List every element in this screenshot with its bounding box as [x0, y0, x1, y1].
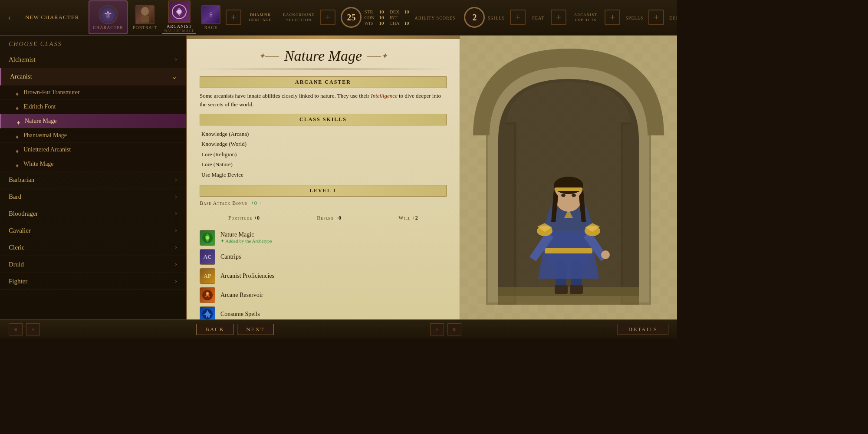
add-spells-button[interactable]: + [648, 10, 664, 25]
tab-arcanist-exploits[interactable]: ARCANISTEXPLOITS [568, 0, 603, 34]
class-item-druid[interactable]: Druid › [0, 256, 186, 273]
add-background-button[interactable]: + [320, 10, 335, 25]
fortitude-val: +0 [254, 215, 260, 221]
ability-points-circle: 25 [341, 7, 362, 28]
race-tab-label: Race [204, 25, 218, 30]
tab-background[interactable]: BACKGROUNDSELECTION [279, 0, 319, 34]
ability-name-proficiencies: Arcanist Proficiencies [220, 273, 274, 279]
deity-tab-label: DEITY [669, 16, 677, 20]
subclass-name-nature: Nature Mage [25, 118, 56, 125]
class-item-fighter[interactable]: Fighter › [0, 273, 186, 290]
subclass-dot-eldritch: ♦ [16, 105, 19, 108]
arcanist-exploits-tab-label: ARCANISTEXPLOITS [574, 13, 597, 23]
tab-spells[interactable]: SPELLS [622, 0, 647, 34]
subclass-dot-brown-fur: ♦ [16, 91, 19, 94]
cantrips-icon: AC [200, 249, 215, 265]
race-tab-icon: ♀ [201, 5, 220, 24]
class-item-cleric[interactable]: Cleric › [0, 239, 186, 256]
ability-name-consume: Consume Spells [220, 311, 260, 318]
bottom-navigation-bar: « ‹ Back Next › » Details [0, 319, 677, 339]
class-description: Some arcanists have innate abilities clo… [200, 92, 447, 108]
main-content-area: Choose Class Alchemist › Arcanist ⌄ ♦ Br… [0, 36, 677, 319]
tab-heritage[interactable]: DHAMPIRHERITAGE [243, 0, 278, 34]
saves-row: Fortitude +0 Reflex +0 Will +2 [200, 211, 447, 224]
tab-skills[interactable]: 2 SKILLS [460, 0, 508, 34]
class-arrow-cleric: › [175, 243, 177, 251]
add-feat-button[interactable]: + [551, 10, 566, 25]
subclass-brown-fur[interactable]: ♦ Brown-Fur Transmuter [0, 85, 186, 100]
class-item-bard[interactable]: Bard › [0, 188, 186, 205]
class-arrow-arcanist: ⌄ [171, 72, 177, 81]
heritage-tab-label: DHAMPIRHERITAGE [249, 13, 272, 23]
next-button[interactable]: Next [237, 324, 274, 335]
nav-left-arrow[interactable]: ‹ [3, 4, 16, 30]
svg-point-33 [572, 194, 576, 197]
tab-race[interactable]: ♀ Race [198, 0, 224, 34]
subclass-dot-nature: ♦ [17, 119, 20, 123]
nav-next-button[interactable]: › [430, 323, 444, 335]
tab-character[interactable]: ⚜ Character [89, 0, 128, 34]
ability-subtitle-nature: ✦ Added by the Archetype [220, 238, 272, 244]
add-tab-button[interactable]: + [226, 10, 241, 25]
class-skills-header: Class Skills [200, 114, 447, 125]
subclass-unlettered[interactable]: ♦ Unlettered Arcanist [0, 143, 186, 157]
add-skills-button[interactable]: + [510, 10, 526, 25]
stone-arch-svg [460, 36, 677, 319]
class-arrow-druid: › [175, 260, 177, 268]
class-detail-panel: ✦—— Nature Mage ——✦ Arcane Caster Some a… [187, 36, 460, 319]
class-arrow-alchemist: › [175, 56, 177, 63]
ability-consume-spells[interactable]: Consume Spells [200, 306, 447, 319]
class-item-arcanist[interactable]: Arcanist ⌄ [0, 68, 186, 85]
class-name-cavalier: Cavalier [9, 227, 31, 234]
base-attack-row: Base Attack Bonus +0 ↑ [200, 200, 447, 207]
back-button[interactable]: Back [196, 324, 233, 335]
add-exploits-button[interactable]: + [605, 10, 620, 25]
skills-points-circle: 2 [464, 7, 485, 28]
class-name-druid: Druid [9, 261, 24, 268]
character-tab-icon: ⚜ [99, 5, 118, 24]
class-name-bloodrager: Bloodrager [9, 210, 38, 217]
details-button[interactable]: Details [618, 324, 668, 335]
class-item-cavalier[interactable]: Cavalier › [0, 222, 186, 239]
fortitude-label: Fortitude [228, 215, 254, 221]
tab-ability-scores[interactable]: 25 STR 10 DEX 10 CON 10 INT WIS 10 CHA 1… [337, 0, 459, 34]
class-name-bard: Bard [9, 193, 21, 201]
class-item-bloodrager[interactable]: Bloodrager › [0, 205, 186, 222]
tab-deity[interactable]: DEITY [666, 0, 677, 34]
subclass-nature-mage[interactable]: ♦ Nature Mage [0, 114, 186, 128]
nav-double-left-button[interactable]: « [9, 323, 23, 335]
character-portrait-panel [460, 36, 677, 319]
ability-reservoir[interactable]: Arcane Reservoir [200, 287, 447, 303]
level1-header: Level 1 [200, 185, 447, 197]
ability-nature-magic[interactable]: Nature Magic ✦ Added by the Archetype [200, 230, 447, 246]
subclass-eldritch-font[interactable]: ♦ Eldritch Font [0, 100, 186, 114]
top-navigation-bar: ‹ New Character ⚜ Character Portrait [0, 0, 677, 36]
svg-point-7 [206, 292, 209, 295]
nav-prev-button[interactable]: ‹ [26, 323, 40, 335]
ability-cantrips[interactable]: AC Cantrips [200, 249, 447, 265]
save-will: Will +2 [398, 214, 418, 221]
class-name-alchemist: Alchemist [9, 56, 36, 63]
tab-portrait[interactable]: Portrait [129, 0, 161, 34]
svg-rect-31 [555, 187, 582, 191]
svg-point-32 [561, 194, 566, 197]
arcanist-tab-icon [168, 0, 191, 23]
class-item-alchemist[interactable]: Alchemist › [0, 51, 186, 68]
subclass-phantasmal[interactable]: ♦ Phantasmal Mage [0, 128, 186, 143]
portrait-tab-icon [135, 5, 155, 24]
new-character-label: New Character [17, 0, 87, 34]
subclass-white-mage[interactable]: ♦ White Mage [0, 157, 186, 171]
reservoir-icon [200, 287, 215, 303]
svg-point-0 [141, 7, 149, 16]
spells-tab-label: SPELLS [625, 16, 643, 20]
nature-magic-text-group: Nature Magic ✦ Added by the Archetype [220, 231, 272, 244]
ability-proficiencies[interactable]: AP Arcanist Proficiencies [200, 268, 447, 284]
svg-rect-27 [545, 248, 592, 253]
tab-feat[interactable]: FEAT [527, 0, 549, 34]
class-item-barbarian[interactable]: Barbarian › [0, 171, 186, 188]
str-val: 10 [379, 9, 387, 14]
con-label: CON [364, 15, 376, 20]
ability-scores-tab-label: ABILITY SCORES [414, 16, 455, 20]
nav-double-right-button[interactable]: » [447, 323, 461, 335]
tab-arcanist[interactable]: ARCANIST NATURE MAGE [162, 0, 196, 34]
